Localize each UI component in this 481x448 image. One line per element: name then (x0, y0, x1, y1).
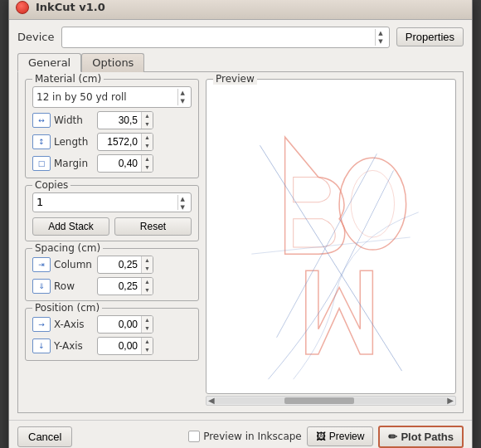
column-arrows: ▲ ▼ (141, 256, 153, 273)
yaxis-spinbox[interactable]: ▲ ▼ (97, 337, 153, 355)
copies-arrows[interactable]: ▲ ▼ (177, 195, 187, 210)
length-spinbox[interactable]: ▲ ▼ (97, 133, 153, 151)
main-window: InkCut v1.0 Device ▲ ▼ Properties Genera… (8, 0, 473, 448)
pencil-icon: ✏ (388, 431, 397, 443)
plot-paths-label: Plot Paths (401, 431, 454, 443)
material-down-arrow[interactable]: ▼ (181, 97, 185, 105)
width-row: Width ▲ ▼ (32, 111, 192, 129)
yaxis-up[interactable]: ▲ (142, 338, 153, 346)
column-label: Column (54, 259, 94, 270)
add-stack-button[interactable]: Add Stack (32, 217, 109, 236)
stack-row: Add Stack Reset (32, 217, 192, 236)
yaxis-input[interactable] (98, 339, 141, 353)
preview-label: Preview (213, 73, 257, 85)
tab-general[interactable]: General (17, 53, 81, 72)
left-column: Material (cm) 12 in by 50 yd roll ▲ ▼ Wi… (25, 79, 199, 406)
material-up-arrow[interactable]: ▲ (181, 89, 185, 97)
xaxis-up[interactable]: ▲ (142, 316, 153, 324)
device-combo-arrows[interactable]: ▲ ▼ (375, 29, 385, 46)
margin-icon (32, 156, 51, 171)
close-button[interactable] (16, 1, 29, 14)
column-input[interactable] (98, 258, 141, 271)
preview-inkscape-label[interactable]: Preview in Inkscape (188, 431, 302, 442)
preview-button[interactable]: 🖼 Preview (307, 426, 374, 446)
margin-up[interactable]: ▲ (142, 155, 153, 163)
length-row: Length ▲ ▼ (32, 133, 192, 151)
margin-spinbox[interactable]: ▲ ▼ (97, 154, 153, 173)
column-spinbox[interactable]: ▲ ▼ (97, 256, 153, 274)
cancel-button[interactable]: Cancel (17, 426, 72, 447)
scrollbar-thumb[interactable] (284, 397, 354, 404)
row-up[interactable]: ▲ (142, 278, 153, 286)
row-icon (32, 279, 51, 294)
scroll-left-arrow[interactable]: ◀ (208, 396, 215, 405)
position-group: Position (cm) X-Axis ▲ ▼ (25, 308, 199, 361)
row-input[interactable] (98, 280, 141, 293)
material-combo-arrows[interactable]: ▲ ▼ (177, 89, 187, 105)
length-up[interactable]: ▲ (142, 134, 153, 142)
row-arrows: ▲ ▼ (141, 278, 153, 295)
row-row: Row ▲ ▼ (32, 277, 192, 295)
length-label: Length (54, 136, 94, 148)
titlebar: InkCut v1.0 (9, 0, 472, 20)
preview-inkscape-checkbox[interactable] (188, 431, 200, 442)
preview-box: Preview (206, 79, 456, 394)
margin-row: Margin ▲ ▼ (32, 154, 192, 173)
xaxis-down[interactable]: ▼ (142, 324, 153, 333)
row-down[interactable]: ▼ (142, 286, 153, 295)
copies-group-label: Copies (32, 179, 70, 191)
length-down[interactable]: ▼ (142, 142, 153, 150)
width-label: Width (54, 114, 94, 126)
row-label: Row (54, 280, 94, 292)
scroll-right-arrow[interactable]: ▶ (447, 396, 454, 405)
margin-label: Margin (54, 158, 94, 169)
main-panel: Material (cm) 12 in by 50 yd roll ▲ ▼ Wi… (17, 71, 464, 413)
yaxis-row: Y-Axis ▲ ▼ (32, 337, 192, 355)
device-label: Device (17, 31, 55, 43)
footer: Cancel Preview in Inkscape 🖼 Preview ✏ P… (9, 420, 472, 449)
yaxis-label: Y-Axis (54, 340, 94, 352)
material-group-label: Material (cm) (32, 73, 104, 85)
xaxis-spinbox[interactable]: ▲ ▼ (97, 315, 153, 334)
width-arrows: ▲ ▼ (141, 112, 153, 129)
device-row: Device ▲ ▼ Properties (17, 27, 464, 48)
combo-up-arrow[interactable]: ▲ (378, 29, 382, 37)
preview-scrollbar[interactable]: ◀ ▶ (206, 396, 456, 406)
xaxis-icon (32, 317, 51, 332)
right-column: Preview (206, 79, 456, 406)
preview-canvas (210, 83, 452, 392)
copies-up[interactable]: ▲ (181, 195, 185, 203)
tab-options[interactable]: Options (81, 53, 144, 72)
width-input[interactable] (98, 114, 141, 127)
preview-inkscape-row: Preview in Inkscape 🖼 Preview ✏ Plot Pat… (188, 426, 464, 448)
width-up[interactable]: ▲ (142, 112, 153, 120)
properties-button[interactable]: Properties (396, 27, 464, 46)
length-input[interactable] (98, 135, 141, 149)
material-preset-combo[interactable]: 12 in by 50 yd roll ▲ ▼ (32, 86, 192, 108)
yaxis-down[interactable]: ▼ (142, 346, 153, 354)
width-down[interactable]: ▼ (142, 120, 153, 129)
row-spinbox[interactable]: ▲ ▼ (97, 277, 153, 295)
column-up[interactable]: ▲ (142, 256, 153, 265)
preview-inkscape-text: Preview in Inkscape (203, 431, 302, 442)
scrollbar-track (215, 397, 448, 404)
xaxis-row: X-Axis ▲ ▼ (32, 315, 192, 334)
spacing-group: Spacing (cm) Column ▲ ▼ (25, 248, 199, 301)
copies-group: Copies 1 ▲ ▼ Add Stack Reset (25, 185, 199, 241)
copies-down[interactable]: ▼ (181, 203, 185, 212)
reset-button[interactable]: Reset (114, 217, 192, 236)
length-arrows: ▲ ▼ (141, 134, 153, 150)
margin-down[interactable]: ▼ (142, 163, 153, 172)
preview-icon: 🖼 (316, 431, 326, 442)
copies-combo[interactable]: 1 ▲ ▼ (32, 192, 192, 212)
combo-down-arrow[interactable]: ▼ (378, 37, 382, 46)
column-row: Column ▲ ▼ (32, 256, 192, 274)
spacing-group-label: Spacing (cm) (32, 242, 103, 254)
plot-paths-button[interactable]: ✏ Plot Paths (378, 426, 464, 448)
length-icon (32, 134, 51, 149)
margin-input[interactable] (98, 157, 141, 170)
xaxis-input[interactable] (98, 318, 141, 331)
width-spinbox[interactable]: ▲ ▼ (97, 111, 153, 129)
device-combo[interactable]: ▲ ▼ (61, 27, 390, 48)
column-down[interactable]: ▼ (142, 265, 153, 273)
